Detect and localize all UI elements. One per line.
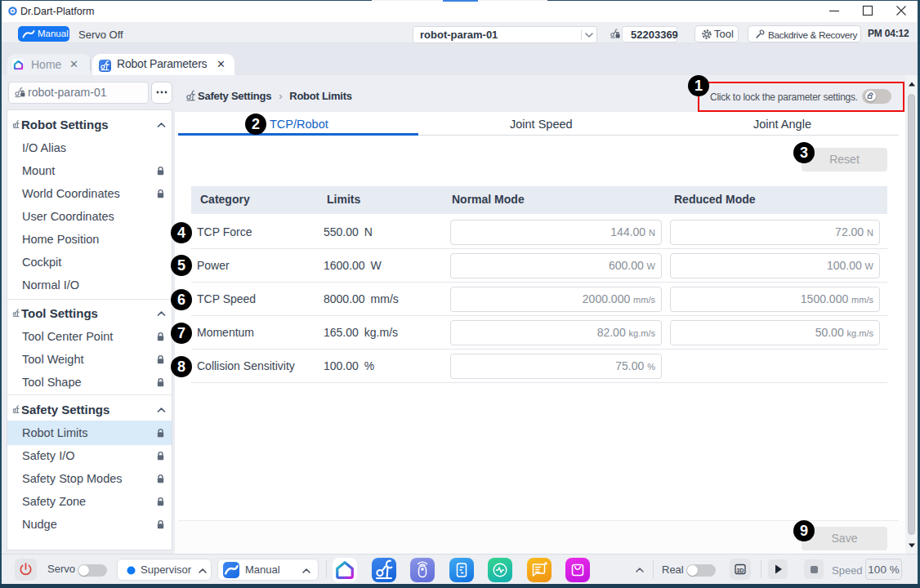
svg-text:3D: 3D (737, 568, 744, 573)
